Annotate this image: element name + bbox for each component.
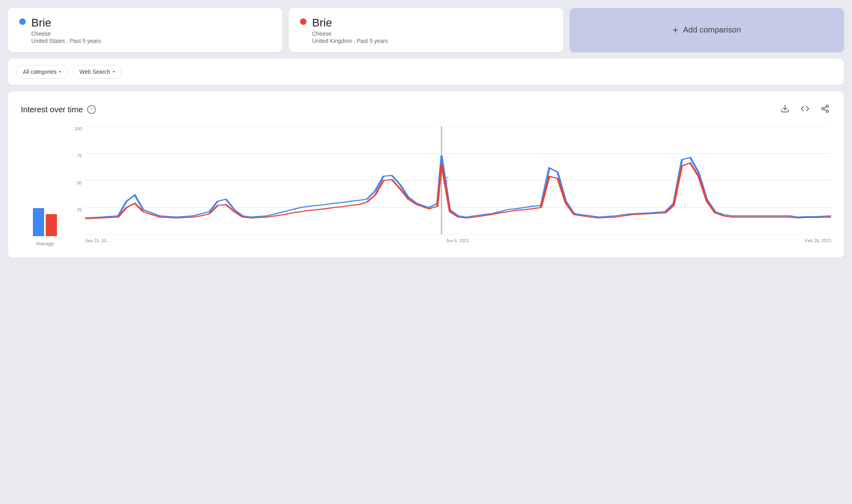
term-info-1: Brie Cheese United States , Past 5 years: [31, 16, 101, 44]
chart-canvas: 100 75 50 25: [69, 126, 831, 247]
blue-trend-line: [85, 155, 831, 218]
chart-section: Interest over time ?: [8, 91, 844, 258]
x-label-start: Sep 15, 20...: [85, 238, 110, 243]
y-axis: 100 75 50 25: [69, 126, 85, 235]
chart-actions: [779, 103, 831, 117]
x-label-mid: Jun 6, 2021: [446, 238, 469, 243]
chevron-down-icon: ▾: [59, 69, 61, 74]
term-dot-2: [300, 18, 306, 25]
web-search-dropdown[interactable]: Web Search ▾: [73, 65, 122, 79]
avg-label: Average: [36, 241, 54, 247]
chart-plot: Note: [85, 126, 831, 235]
add-comparison-card[interactable]: + Add comparison: [570, 8, 844, 52]
chart-title-group: Interest over time ?: [21, 105, 96, 114]
chart-average-area: Average: [21, 126, 69, 247]
chart-title: Interest over time: [21, 105, 83, 114]
chart-header: Interest over time ?: [21, 103, 831, 117]
term-name-2: Brie: [312, 16, 388, 30]
y-label-100: 100: [69, 126, 85, 131]
help-icon[interactable]: ?: [87, 105, 96, 114]
all-categories-label: All categories: [23, 69, 57, 75]
x-label-end: Feb 26, 2023: [805, 238, 831, 243]
svg-line-5: [824, 107, 826, 108]
x-axis: Sep 15, 20... Jun 6, 2021 Feb 26, 2023: [85, 235, 831, 247]
web-search-label: Web Search: [79, 69, 110, 75]
chart-right: 100 75 50 25: [69, 126, 831, 247]
term-location-2: United Kingdom , Past 5 years: [312, 38, 388, 44]
red-trend-line: [85, 163, 831, 219]
y-label-75: 75: [69, 153, 85, 158]
help-icon-label: ?: [90, 107, 93, 112]
download-button[interactable]: [779, 103, 791, 117]
chevron-down-icon-2: ▾: [113, 69, 115, 74]
avg-bar-red: [46, 214, 57, 236]
y-label-50: 50: [69, 180, 85, 185]
term-name-1: Brie: [31, 16, 101, 30]
filters-section: All categories ▾ Web Search ▾: [8, 59, 844, 85]
term-location-1: United States , Past 5 years: [31, 38, 101, 44]
share-button[interactable]: [819, 103, 831, 117]
chart-svg: Note: [85, 126, 831, 235]
chart-body: Average 100 75 50 25: [21, 126, 831, 247]
svg-line-4: [824, 109, 826, 111]
add-comparison-label: Add comparison: [683, 25, 741, 34]
all-categories-dropdown[interactable]: All categories ▾: [16, 65, 68, 79]
avg-bars: [33, 204, 57, 236]
term-category-2: Cheese: [312, 30, 388, 37]
term-dot-1: [19, 18, 26, 25]
top-section: Brie Cheese United States , Past 5 years…: [8, 8, 844, 52]
term-info-2: Brie Cheese United Kingdom , Past 5 year…: [312, 16, 388, 44]
embed-button[interactable]: [799, 103, 811, 117]
avg-bar-blue: [33, 208, 44, 236]
term-card-1: Brie Cheese United States , Past 5 years: [8, 8, 282, 52]
term-card-2: Brie Cheese United Kingdom , Past 5 year…: [289, 8, 563, 52]
y-label-25: 25: [69, 207, 85, 212]
plus-icon: +: [673, 24, 678, 36]
term-category-1: Cheese: [31, 30, 101, 37]
